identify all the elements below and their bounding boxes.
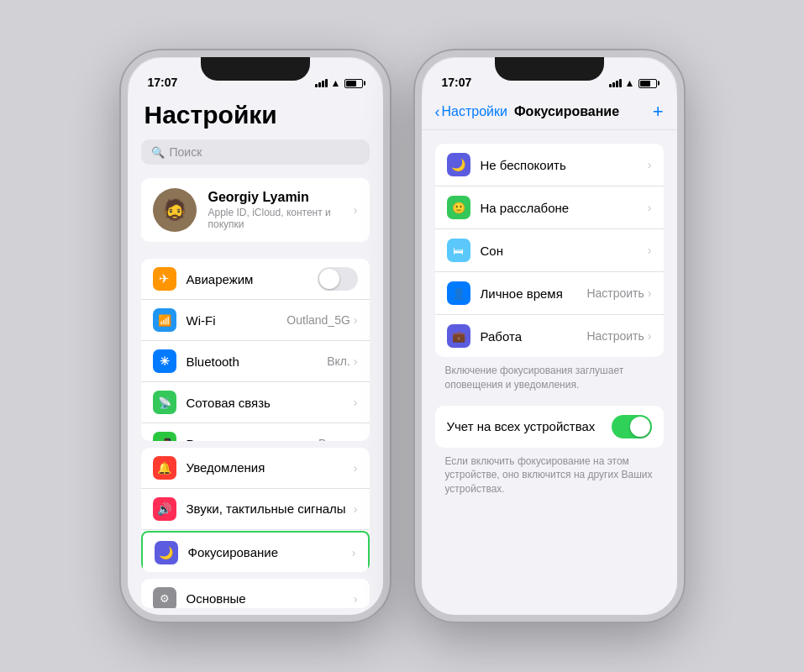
- dnd-icon: 🌙: [447, 153, 470, 176]
- status-icons-right: ▲: [609, 77, 657, 89]
- focus-row[interactable]: 🌙 Фокусирование ›: [141, 531, 370, 572]
- cellular-label: Сотовая связь: [187, 396, 354, 410]
- bluetooth-label: Bluetooth: [187, 354, 328, 369]
- focus-chevron: ›: [352, 546, 356, 559]
- battery-icon-left: [344, 79, 363, 88]
- hotspot-label: Режим модема: [187, 437, 319, 441]
- battery-icon-right: [638, 79, 657, 88]
- hotspot-row[interactable]: 📲 Режим модема Выкл. ›: [141, 423, 370, 441]
- cellular-icon: 📡: [153, 391, 176, 414]
- wifi-row[interactable]: 📶 Wi-Fi Outland_5G ›: [141, 300, 370, 341]
- general-icon: ⚙: [153, 587, 176, 608]
- notifications-label: Уведомления: [187, 460, 354, 475]
- general-label: Основные: [187, 591, 354, 606]
- profile-row[interactable]: 🧔 Georgiy Lyamin Apple ID, iCloud, конте…: [141, 178, 370, 242]
- all-devices-toggle[interactable]: [612, 415, 652, 438]
- settings-group-2: 🔔 Уведомления › 🔊 Звуки, тактильные сигн…: [141, 448, 370, 572]
- relax-label: На расслабоне: [481, 201, 648, 215]
- signal-icon-right: [609, 79, 622, 87]
- phone-right: 17:07 ▲ ‹ Настройки Фокусирование +: [415, 50, 684, 622]
- sleep-label: Сон: [481, 244, 648, 258]
- dnd-label: Не беспокоить: [481, 158, 648, 172]
- profile-subtitle: Apple ID, iCloud, контент и покупки: [208, 207, 354, 230]
- avatar: 🧔: [153, 188, 197, 232]
- time-left: 17:07: [148, 76, 178, 89]
- work-label: Работа: [481, 329, 587, 344]
- general-chevron: ›: [354, 592, 358, 606]
- bluetooth-chevron: ›: [354, 354, 358, 368]
- sounds-row[interactable]: 🔊 Звуки, тактильные сигналы ›: [141, 489, 370, 530]
- dnd-chevron: ›: [648, 158, 652, 171]
- focus-nav: ‹ Настройки Фокусирование +: [422, 94, 677, 130]
- notifications-icon: 🔔: [153, 456, 176, 480]
- relax-chevron: ›: [648, 201, 652, 214]
- notifications-chevron: ›: [354, 461, 358, 475]
- airplane-toggle[interactable]: [318, 267, 358, 291]
- bluetooth-value: Вкл.: [327, 354, 350, 368]
- hotspot-icon: 📲: [153, 432, 176, 441]
- notch-left: [201, 57, 310, 81]
- work-icon: 💼: [447, 324, 470, 348]
- dnd-row[interactable]: 🌙 Не беспокоить ›: [435, 144, 664, 186]
- cellular-chevron: ›: [354, 396, 358, 409]
- add-focus-button[interactable]: +: [653, 101, 664, 123]
- personal-icon: 👤: [447, 281, 470, 305]
- screen-right: ‹ Настройки Фокусирование + 🌙 Не беспоко…: [422, 94, 677, 615]
- wifi-icon-left: ▲: [331, 77, 341, 89]
- sounds-icon: 🔊: [153, 497, 176, 521]
- profile-name: Georgiy Lyamin: [208, 190, 354, 205]
- notch-right: [495, 57, 604, 81]
- wifi-label: Wi-Fi: [187, 313, 287, 328]
- all-devices-label: Учет на всех устройствах: [447, 419, 612, 433]
- bluetooth-row[interactable]: ✳ Bluetooth Вкл. ›: [141, 341, 370, 382]
- settings-group-1: ✈ Авиарежим 📶 Wi-Fi Outland_5G › ✳ Bluet…: [141, 259, 370, 441]
- hotspot-value: Выкл.: [318, 437, 350, 441]
- focus-note: Включение фокусирования заглушает оповещ…: [422, 360, 677, 402]
- sounds-label: Звуки, тактильные сигналы: [187, 501, 354, 516]
- profile-chevron: ›: [354, 203, 358, 217]
- general-row-partial[interactable]: ⚙ Основные ›: [141, 579, 370, 608]
- sleep-row[interactable]: 🛏 Сон ›: [435, 229, 664, 272]
- sounds-chevron: ›: [354, 502, 358, 516]
- back-button[interactable]: ‹ Настройки: [435, 103, 507, 121]
- wifi-icon-row: 📶: [153, 308, 176, 332]
- wifi-value: Outland_5G: [286, 313, 350, 327]
- cellular-row[interactable]: 📡 Сотовая связь ›: [141, 382, 370, 423]
- search-bar[interactable]: 🔍 Поиск: [141, 139, 370, 165]
- work-value: Настроить: [586, 329, 644, 343]
- wifi-icon-right: ▲: [625, 77, 635, 89]
- bluetooth-icon: ✳: [153, 349, 176, 373]
- relax-row[interactable]: 🙂 На расслабоне ›: [435, 186, 664, 229]
- settings-title: Настройки: [128, 94, 383, 139]
- personal-row[interactable]: 👤 Личное время Настроить ›: [435, 272, 664, 315]
- time-right: 17:07: [442, 76, 472, 89]
- wifi-chevron: ›: [354, 313, 358, 327]
- notifications-row[interactable]: 🔔 Уведомления ›: [141, 448, 370, 489]
- focus-label: Фокусирование: [188, 545, 352, 559]
- work-row[interactable]: 💼 Работа Настроить ›: [435, 315, 664, 357]
- settings-group-3: ⚙ Основные ›: [141, 579, 370, 608]
- back-chevron-icon: ‹: [435, 103, 440, 121]
- personal-value: Настроить: [586, 286, 644, 300]
- personal-label: Личное время: [481, 286, 587, 301]
- screen-left: Настройки 🔍 Поиск 🧔 Georgiy Lyamin Apple…: [128, 94, 383, 615]
- all-devices-row[interactable]: Учет на всех устройствах: [435, 406, 664, 448]
- search-placeholder: Поиск: [170, 145, 202, 159]
- focus-items-group: 🌙 Не беспокоить › 🙂 На расслабоне › 🛏 Со…: [435, 144, 664, 357]
- sleep-icon: 🛏: [447, 239, 470, 262]
- airplane-row[interactable]: ✈ Авиарежим: [141, 259, 370, 300]
- status-icons-left: ▲: [315, 77, 363, 89]
- profile-info: Georgiy Lyamin Apple ID, iCloud, контент…: [208, 190, 354, 230]
- signal-icon-left: [315, 79, 328, 87]
- phone-left: 17:07 ▲ Настройки 🔍 Поиск 🧔 Georgiy Lyam…: [121, 50, 390, 622]
- airplane-icon: ✈: [153, 267, 176, 291]
- search-icon: 🔍: [151, 146, 165, 159]
- personal-chevron: ›: [648, 286, 652, 300]
- airplane-label: Авиарежим: [187, 272, 318, 286]
- sleep-chevron: ›: [648, 244, 652, 257]
- focus-icon: 🌙: [155, 541, 178, 564]
- hotspot-chevron: ›: [354, 437, 358, 441]
- work-chevron: ›: [648, 329, 652, 343]
- relax-icon: 🙂: [447, 196, 470, 219]
- all-devices-note: Если включить фокусирование на этом устр…: [422, 451, 677, 507]
